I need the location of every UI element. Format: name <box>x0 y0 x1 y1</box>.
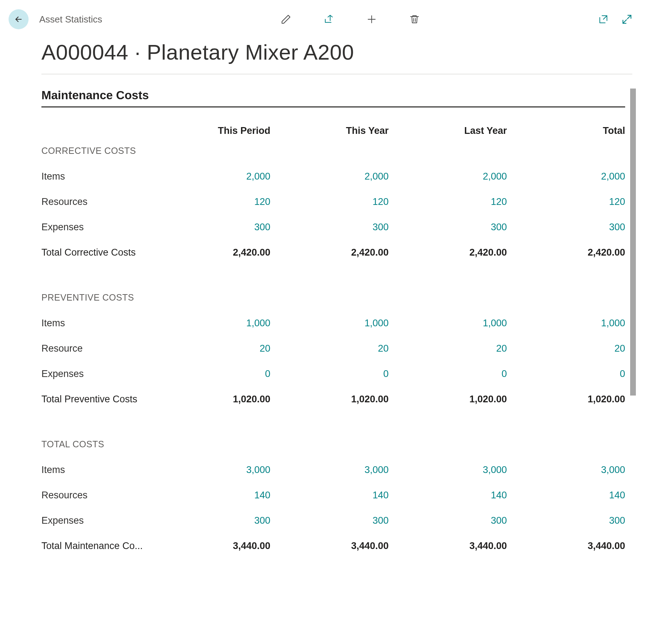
value-cell[interactable]: 20 <box>152 336 270 361</box>
trash-icon <box>409 14 420 25</box>
share-icon <box>323 14 334 25</box>
value-cell[interactable]: 1,000 <box>389 311 507 336</box>
group-name: TOTAL COSTS <box>41 426 625 457</box>
group-name: PREVENTIVE COSTS <box>41 280 625 311</box>
table-row: Items3,0003,0003,0003,000 <box>41 457 625 483</box>
group-name: CORRECTIVE COSTS <box>41 141 625 164</box>
edit-button[interactable] <box>281 14 291 25</box>
pencil-icon <box>281 14 291 25</box>
value-cell[interactable]: 300 <box>507 508 625 533</box>
value-cell[interactable]: 140 <box>507 483 625 508</box>
plus-icon <box>366 14 377 25</box>
total-value: 1,020.00 <box>389 387 507 426</box>
value-cell[interactable]: 3,000 <box>152 457 270 483</box>
value-cell[interactable]: 120 <box>270 189 388 215</box>
value-cell[interactable]: 0 <box>152 361 270 387</box>
value-cell[interactable]: 3,000 <box>389 457 507 483</box>
table-row: Items1,0001,0001,0001,000 <box>41 311 625 336</box>
value-cell[interactable]: 2,000 <box>152 164 270 189</box>
value-cell[interactable]: 20 <box>389 336 507 361</box>
content-scroll-area: Maintenance Costs This Period This Year … <box>41 74 632 629</box>
total-row: Total Corrective Costs2,420.002,420.002,… <box>41 240 625 280</box>
col-total: Total <box>507 125 625 141</box>
table-row: Resources140140140140 <box>41 483 625 508</box>
value-cell[interactable]: 300 <box>152 508 270 533</box>
value-cell[interactable]: 0 <box>270 361 388 387</box>
row-label: Resources <box>41 189 152 215</box>
value-cell[interactable]: 1,000 <box>152 311 270 336</box>
value-cell[interactable]: 300 <box>270 215 388 240</box>
maintenance-costs-table: This Period This Year Last Year Total CO… <box>41 125 625 559</box>
table-row: Items2,0002,0002,0002,000 <box>41 164 625 189</box>
group-header: PREVENTIVE COSTS <box>41 280 625 311</box>
total-row: Total Maintenance Co...3,440.003,440.003… <box>41 533 625 559</box>
total-label: Total Corrective Costs <box>41 240 152 280</box>
value-cell[interactable]: 140 <box>152 483 270 508</box>
value-cell[interactable]: 2,000 <box>507 164 625 189</box>
section-underline <box>41 106 625 107</box>
value-cell[interactable]: 20 <box>507 336 625 361</box>
row-label: Expenses <box>41 215 152 240</box>
value-cell[interactable]: 0 <box>507 361 625 387</box>
page-title: A000044 · Planetary Mixer A200 <box>9 30 632 74</box>
total-value: 1,020.00 <box>152 387 270 426</box>
row-label: Items <box>41 311 152 336</box>
value-cell[interactable]: 3,000 <box>270 457 388 483</box>
value-cell[interactable]: 120 <box>389 189 507 215</box>
value-cell[interactable]: 1,000 <box>507 311 625 336</box>
group-header: TOTAL COSTS <box>41 426 625 457</box>
value-cell[interactable]: 300 <box>389 215 507 240</box>
delete-button[interactable] <box>409 14 420 25</box>
table-row: Expenses0000 <box>41 361 625 387</box>
breadcrumb[interactable]: Asset Statistics <box>35 14 102 25</box>
row-label: Resource <box>41 336 152 361</box>
value-cell[interactable]: 140 <box>389 483 507 508</box>
row-label: Expenses <box>41 508 152 533</box>
expand-icon <box>622 14 632 25</box>
value-cell[interactable]: 1,000 <box>270 311 388 336</box>
group-header: CORRECTIVE COSTS <box>41 141 625 164</box>
new-button[interactable] <box>366 14 377 25</box>
value-cell[interactable]: 2,000 <box>389 164 507 189</box>
total-label: Total Maintenance Co... <box>41 533 152 559</box>
value-cell[interactable]: 20 <box>270 336 388 361</box>
value-cell[interactable]: 0 <box>389 361 507 387</box>
total-value: 2,420.00 <box>152 240 270 280</box>
value-cell[interactable]: 2,000 <box>270 164 388 189</box>
row-label: Items <box>41 457 152 483</box>
value-cell[interactable]: 300 <box>270 508 388 533</box>
total-value: 1,020.00 <box>270 387 388 426</box>
col-this-period: This Period <box>152 125 270 141</box>
value-cell[interactable]: 3,000 <box>507 457 625 483</box>
value-cell[interactable]: 300 <box>152 215 270 240</box>
table-row: Resource20202020 <box>41 336 625 361</box>
table-header-row: This Period This Year Last Year Total <box>41 125 625 141</box>
value-cell[interactable]: 300 <box>507 215 625 240</box>
share-button[interactable] <box>323 14 334 25</box>
row-label: Expenses <box>41 361 152 387</box>
total-value: 2,420.00 <box>389 240 507 280</box>
fullscreen-button[interactable] <box>622 14 632 25</box>
total-value: 1,020.00 <box>507 387 625 426</box>
value-cell[interactable]: 300 <box>389 508 507 533</box>
back-button[interactable] <box>9 9 29 29</box>
table-row: Expenses300300300300 <box>41 215 625 240</box>
total-label: Total Preventive Costs <box>41 387 152 426</box>
total-value: 2,420.00 <box>270 240 388 280</box>
row-label: Resources <box>41 483 152 508</box>
arrow-left-icon <box>14 15 23 24</box>
total-value: 3,440.00 <box>507 533 625 559</box>
value-cell[interactable]: 140 <box>270 483 388 508</box>
value-cell[interactable]: 120 <box>507 189 625 215</box>
toolbar: Asset Statistics <box>9 9 632 30</box>
table-row: Resources120120120120 <box>41 189 625 215</box>
popout-icon <box>598 14 609 25</box>
value-cell[interactable]: 120 <box>152 189 270 215</box>
total-value: 2,420.00 <box>507 240 625 280</box>
col-last-year: Last Year <box>389 125 507 141</box>
total-value: 3,440.00 <box>270 533 388 559</box>
open-new-window-button[interactable] <box>598 14 609 25</box>
total-value: 3,440.00 <box>389 533 507 559</box>
row-label: Items <box>41 164 152 189</box>
total-row: Total Preventive Costs1,020.001,020.001,… <box>41 387 625 426</box>
